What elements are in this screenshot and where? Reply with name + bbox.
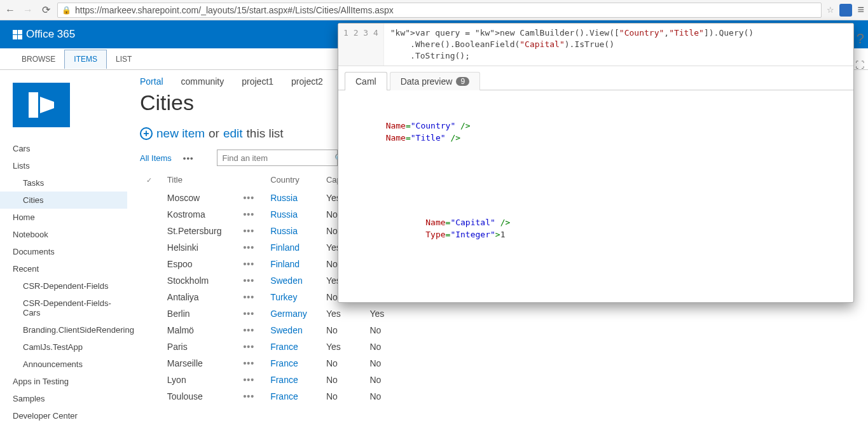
cell-country[interactable]: Finland (264, 239, 320, 256)
cell-country[interactable]: France (264, 388, 320, 405)
new-item-link[interactable]: new item (156, 127, 205, 141)
cell-country[interactable]: France (264, 372, 320, 388)
sidebar-item-cities[interactable]: Cities (0, 192, 127, 209)
row-ellipsis-icon[interactable]: ••• (237, 305, 264, 322)
ribbon-tab-browse[interactable]: BROWSE (13, 50, 64, 69)
cell-capital: No (320, 355, 363, 372)
cell-title[interactable]: Paris (161, 338, 237, 355)
sidebar-item-lists[interactable]: Lists (0, 157, 127, 174)
reload-button[interactable]: ⟳ (39, 4, 52, 17)
cell-country[interactable]: Finland (264, 256, 320, 272)
topnav-project1[interactable]: project1 (242, 76, 273, 87)
row-ellipsis-icon[interactable]: ••• (237, 256, 264, 272)
find-box: 🔍 (217, 150, 338, 166)
sidebar-item-camljs-testapp[interactable]: CamlJs.TestApp (0, 338, 127, 356)
hamburger-icon[interactable]: ≡ (857, 3, 864, 17)
cell-title[interactable]: Berlin (161, 305, 237, 322)
topnav-community[interactable]: community (181, 76, 224, 87)
cell-country[interactable]: France (264, 355, 320, 372)
sidebar-item-csr-dependent-fields[interactable]: CSR-Dependent-Fields (0, 277, 127, 295)
camljs-panel: 1 2 3 4 "kw">var query = "kw">new CamlBu… (338, 23, 854, 303)
cell-title[interactable]: Espoo (161, 256, 237, 272)
sidebar-item-announcements[interactable]: Announcements (0, 356, 127, 373)
sidebar-item-recent[interactable]: Recent (0, 260, 127, 277)
edit-link[interactable]: edit (223, 127, 243, 141)
cell-country[interactable]: Russia (264, 190, 320, 206)
tab-data-preview[interactable]: Data preview 9 (390, 72, 480, 90)
site-logo[interactable] (13, 83, 70, 127)
view-ellipsis-icon[interactable]: ••• (183, 153, 194, 163)
sidebar-item-csr-dependent-fields-cars[interactable]: CSR-Dependent-Fields-Cars (0, 295, 127, 321)
row-ellipsis-icon[interactable]: ••• (237, 223, 264, 239)
row-ellipsis-icon[interactable]: ••• (237, 372, 264, 388)
cell-title[interactable]: Marseille (161, 355, 237, 372)
col-title[interactable]: Title (161, 172, 237, 190)
sidebar-item-home[interactable]: Home (0, 209, 127, 226)
search-input[interactable] (217, 153, 334, 163)
row-ellipsis-icon[interactable]: ••• (237, 206, 264, 223)
ribbon-tab-items[interactable]: ITEMS (64, 50, 107, 69)
sidebar-item-apps-in-testing[interactable]: Apps in Testing (0, 373, 127, 390)
code-text[interactable]: "kw">var query = "kw">new CamlBuilder().… (384, 24, 853, 66)
topnav-portal[interactable]: Portal (140, 76, 163, 87)
plus-icon[interactable]: + (140, 127, 153, 140)
col-check[interactable] (140, 172, 161, 190)
star-icon[interactable]: ☆ (827, 5, 834, 15)
sidebar-item-cars[interactable]: Cars (0, 140, 127, 157)
address-bar[interactable]: 🔒 https://markeev.sharepoint.com/_layout… (57, 3, 822, 18)
cell-country[interactable]: Germany (264, 305, 320, 322)
row-ellipsis-icon[interactable]: ••• (237, 239, 264, 256)
row-ellipsis-icon[interactable]: ••• (237, 322, 264, 338)
cell-country[interactable]: France (264, 338, 320, 355)
office-logo[interactable]: Office 365 (13, 28, 75, 41)
lock-icon: 🔒 (62, 6, 71, 15)
cell-title[interactable]: Stockholm (161, 272, 237, 289)
cell-capital: Yes (320, 305, 363, 322)
cell-title[interactable]: St.Petersburg (161, 223, 237, 239)
cell-capital: No (320, 372, 363, 388)
cell-title[interactable]: Kostroma (161, 206, 237, 223)
cell-country[interactable]: Russia (264, 206, 320, 223)
row-ellipsis-icon[interactable]: ••• (237, 338, 264, 355)
sidebar-item-documents[interactable]: Documents (0, 243, 127, 260)
cell-title[interactable]: Antaliya (161, 289, 237, 305)
help-icon[interactable]: ? (857, 31, 864, 47)
sidebar-item-tasks[interactable]: Tasks (0, 174, 127, 192)
row-ellipsis-icon[interactable]: ••• (237, 190, 264, 206)
sidebar-item-notebook[interactable]: Notebook (0, 226, 127, 243)
cell-title[interactable]: Malmö (161, 322, 237, 338)
sidebar-item-branding-clientsiderendering[interactable]: Branding.ClientSideRendering (0, 321, 127, 338)
row-ellipsis-icon[interactable]: ••• (237, 289, 264, 305)
cell-title[interactable]: Moscow (161, 190, 237, 206)
tab-caml[interactable]: Caml (345, 72, 387, 90)
view-all-items[interactable]: All Items (140, 153, 172, 163)
col-country[interactable]: Country (264, 172, 320, 190)
table-row[interactable]: Paris•••FranceYesNo (140, 338, 394, 355)
cell-country[interactable]: Turkey (264, 289, 320, 305)
cell-country[interactable]: Sweden (264, 322, 320, 338)
row-ellipsis-icon[interactable]: ••• (237, 388, 264, 405)
focus-icon[interactable]: ⛶ (855, 60, 864, 70)
code-editor[interactable]: 1 2 3 4 "kw">var query = "kw">new CamlBu… (338, 24, 853, 66)
cell-eu: No (363, 372, 394, 388)
table-row[interactable]: Toulouse•••FranceNoNo (140, 388, 394, 405)
sidebar-item-developer-center[interactable]: Developer Center (0, 407, 127, 424)
ribbon-tab-list[interactable]: LIST (107, 50, 141, 69)
cell-eu: No (363, 355, 394, 372)
cell-title[interactable]: Toulouse (161, 388, 237, 405)
forward-button[interactable]: → (22, 4, 34, 17)
cell-title[interactable]: Lyon (161, 372, 237, 388)
cell-country[interactable]: Sweden (264, 272, 320, 289)
table-row[interactable]: Berlin•••GermanyYesYes (140, 305, 394, 322)
sidebar-item-samples[interactable]: Samples (0, 390, 127, 407)
row-ellipsis-icon[interactable]: ••• (237, 355, 264, 372)
cell-title[interactable]: Helsinki (161, 239, 237, 256)
cell-country[interactable]: Russia (264, 223, 320, 239)
table-row[interactable]: Marseille•••FranceNoNo (140, 355, 394, 372)
table-row[interactable]: Malmö•••SwedenNoNo (140, 322, 394, 338)
topnav-project2[interactable]: project2 (291, 76, 323, 87)
row-ellipsis-icon[interactable]: ••• (237, 272, 264, 289)
table-row[interactable]: Lyon•••FranceNoNo (140, 372, 394, 388)
extension-icon[interactable] (839, 4, 852, 17)
back-button[interactable]: ← (4, 4, 17, 17)
